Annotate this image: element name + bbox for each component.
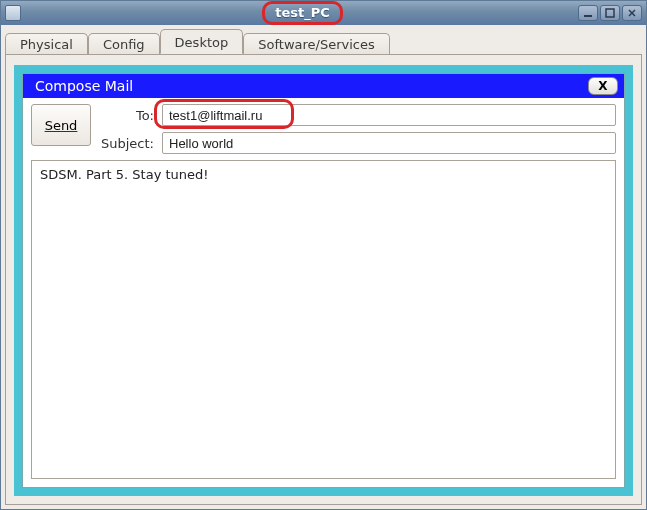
subject-row: Subject: (99, 132, 616, 154)
subject-input[interactable] (162, 132, 616, 154)
message-body[interactable]: SDSM. Part 5. Stay tuned! (31, 160, 616, 479)
tab-config[interactable]: Config (88, 33, 160, 55)
window-title-text: test_PC (262, 1, 343, 25)
compose-close-button[interactable]: X (588, 77, 618, 95)
compose-mail-window: Compose Mail X Send To: (22, 73, 625, 488)
tab-software-services[interactable]: Software/Services (243, 33, 390, 55)
compose-fields: To: Subject: (99, 104, 616, 154)
window-title: test_PC (27, 1, 578, 25)
client-area: Physical Config Desktop Software/Service… (1, 25, 646, 509)
tabstrip: Physical Config Desktop Software/Service… (1, 25, 646, 54)
maximize-button[interactable] (600, 5, 620, 21)
compose-title-text: Compose Mail (35, 78, 588, 94)
desktop-frame: Compose Mail X Send To: (14, 65, 633, 496)
to-input[interactable] (162, 104, 616, 126)
to-row: To: (99, 104, 616, 126)
minimize-button[interactable] (578, 5, 598, 21)
window-controls (578, 5, 642, 21)
app-icon (5, 5, 21, 21)
send-button-label: Send (45, 118, 78, 133)
svg-rect-1 (606, 9, 614, 17)
close-button[interactable] (622, 5, 642, 21)
to-label: To: (99, 108, 154, 123)
window-titlebar[interactable]: test_PC (1, 1, 646, 25)
tab-physical[interactable]: Physical (5, 33, 88, 55)
subject-label: Subject: (99, 136, 154, 151)
tab-desktop[interactable]: Desktop (160, 29, 244, 54)
svg-rect-0 (584, 15, 592, 17)
application-window: test_PC Physical Config Desktop Software… (0, 0, 647, 510)
compose-header: Send To: Subject: (23, 98, 624, 154)
send-button[interactable]: Send (31, 104, 91, 146)
compose-titlebar[interactable]: Compose Mail X (23, 74, 624, 98)
tab-panel-desktop: Compose Mail X Send To: (5, 54, 642, 505)
